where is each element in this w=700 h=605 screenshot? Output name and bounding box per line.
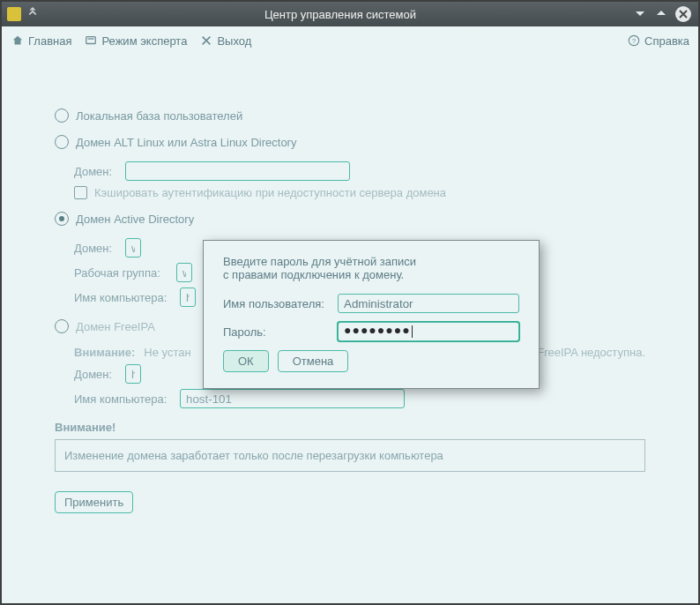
ad-workgroup-input[interactable] [176,263,192,282]
ad-host-input[interactable] [180,288,196,307]
ok-button[interactable]: ОК [223,350,269,372]
alt-cache-label: Кэшировать аутентификацию при недоступно… [94,186,446,199]
home-button[interactable]: Главная [11,34,71,48]
radio-ad[interactable] [55,212,69,226]
radio-altlinux[interactable] [55,135,69,149]
exit-button[interactable]: Выход [199,34,251,48]
cancel-button[interactable]: Отмена [278,350,349,372]
toolbar: Главная Режим эксперта Выход ? Справка [2,26,698,56]
help-label: Справка [644,34,689,48]
home-label: Главная [28,34,71,48]
ipa-warning-text: е FreeIPA недоступна. [527,346,645,359]
ad-workgroup-label: Рабочая группа: [74,266,169,280]
radio-freeipa-label: Домен FreeIPA [76,320,155,333]
help-button[interactable]: ? Справка [627,34,689,48]
password-input[interactable]: ●●●●●●●● [338,322,519,341]
close-icon[interactable] [675,6,691,22]
radio-local[interactable] [55,108,69,123]
notice-title: Внимание! [55,421,645,434]
exit-icon [199,34,212,48]
alt-domain-label: Домен: [74,165,118,178]
expert-label: Режим эксперта [101,34,187,48]
alt-cache-checkbox[interactable] [74,186,87,199]
username-label: Имя пользователя: [223,297,338,310]
dialog-message: Введите пароль для учётной записи с прав… [223,255,519,281]
minimize-icon[interactable] [633,6,647,23]
ipa-host-label: Имя компьютера: [74,392,173,406]
titlebar: Центр управления системой [2,2,698,26]
password-label: Пароль: [223,325,338,339]
radio-altlinux-label: Домен ALT Linux или Astra Linux Director… [76,136,296,149]
window-title: Центр управления системой [48,8,633,21]
help-icon: ? [627,34,640,48]
radio-freeipa[interactable] [55,319,69,333]
ipa-warning-label: Внимание: [74,346,135,359]
home-icon [11,34,24,48]
expert-icon [84,34,97,48]
ipa-domain-input[interactable] [125,364,141,384]
ipa-host-input[interactable] [180,389,405,408]
notice-body: Изменение домена заработает только после… [55,439,645,472]
ad-domain-label: Домен: [74,242,118,255]
ad-host-label: Имя компьютера: [74,291,173,304]
expert-button[interactable]: Режим эксперта [84,34,187,48]
svg-rect-0 [86,37,96,44]
maximize-icon[interactable] [654,6,668,23]
exit-label: Выход [217,34,251,48]
auth-dialog: Введите пароль для учётной записи с прав… [203,240,540,389]
ad-domain-input[interactable] [125,238,141,258]
svg-text:?: ? [631,37,636,45]
svg-rect-1 [87,38,93,39]
ipa-domain-label: Домен: [74,368,118,381]
radio-local-label: Локальная база пользователей [76,109,242,123]
shade-icon[interactable] [26,7,39,22]
username-input[interactable] [338,294,519,313]
alt-domain-input[interactable] [125,161,350,181]
radio-ad-label: Домен Active Directory [76,213,194,226]
app-icon [7,7,21,21]
apply-button[interactable]: Применить [55,491,133,513]
